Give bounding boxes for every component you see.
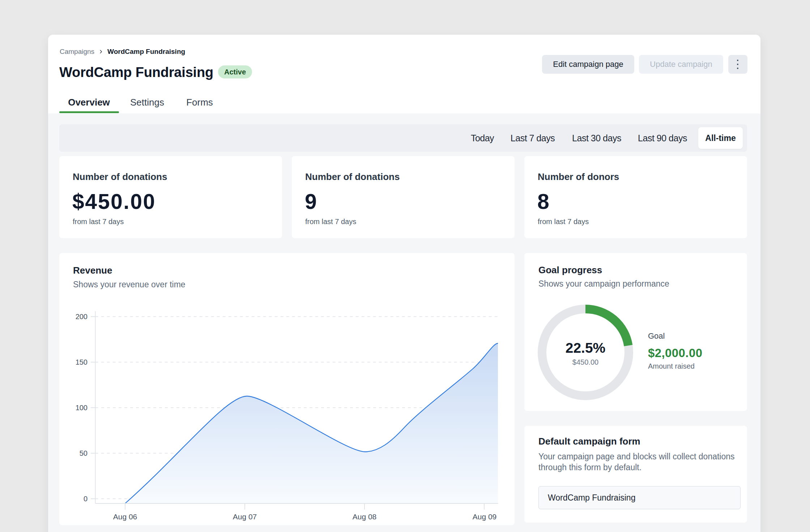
svg-text:200: 200 <box>76 313 88 321</box>
svg-text:150: 150 <box>76 358 88 366</box>
svg-text:0: 0 <box>84 495 88 503</box>
svg-text:Aug 09: Aug 09 <box>473 512 497 521</box>
svg-text:$2,000.00: $2,000.00 <box>648 346 702 360</box>
svg-text:Aug 06: Aug 06 <box>113 512 137 521</box>
svg-text:50: 50 <box>80 449 88 457</box>
svg-text:Aug 07: Aug 07 <box>233 512 257 521</box>
svg-text:100: 100 <box>76 404 88 412</box>
svg-text:Goal: Goal <box>648 331 665 340</box>
svg-text:22.5%: 22.5% <box>566 340 606 356</box>
svg-text:Aug 08: Aug 08 <box>353 512 377 521</box>
svg-text:$450.00: $450.00 <box>572 358 598 366</box>
svg-text:Amount raised: Amount raised <box>648 362 695 370</box>
